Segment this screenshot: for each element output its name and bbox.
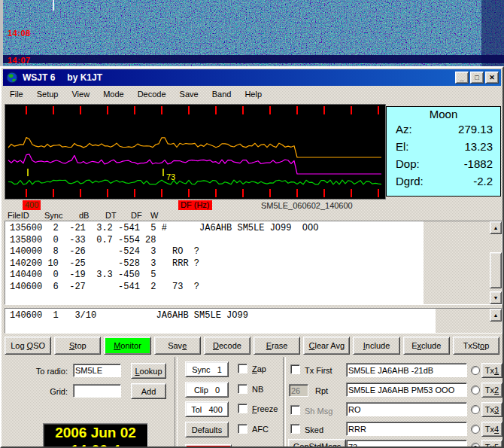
menu-save[interactable]: Save: [173, 87, 205, 101]
decode-scrollbar[interactable]: ▲ ▼: [490, 221, 502, 304]
tx2-radio[interactable]: [471, 386, 480, 395]
col-df: DF: [131, 211, 142, 220]
tx-indicator: [185, 444, 232, 448]
sync-stepper[interactable]: Sync 1: [185, 361, 229, 377]
scroll-thumb[interactable]: [490, 252, 502, 288]
svg-text:73: 73: [166, 172, 175, 181]
menu-decode[interactable]: Decode: [131, 87, 173, 101]
moon-dgrd-label: Dgrd:: [396, 172, 424, 190]
moon-az-value: 279.13: [458, 120, 493, 138]
scroll-up-icon[interactable]: ▲: [490, 309, 502, 322]
afc-checkbox[interactable]: [238, 424, 247, 434]
clock-date: 2006 Jun 02: [44, 424, 147, 441]
add-button[interactable]: Add: [131, 383, 166, 399]
tx-first-checkbox[interactable]: [290, 364, 300, 374]
rpt-input: [289, 384, 308, 397]
exclude-button[interactable]: Exclude: [403, 337, 450, 355]
decode-button[interactable]: Decode: [204, 337, 250, 355]
grid-input[interactable]: [73, 384, 121, 398]
sked-checkbox[interactable]: [290, 424, 300, 434]
scroll-up-icon[interactable]: ▲: [490, 221, 502, 234]
zap-checkbox[interactable]: [238, 364, 247, 373]
screen: 14:08 14:07 WSJT 6 by K1JT _ □ ✕ File Se…: [0, 0, 504, 448]
tol-badge: 400: [23, 200, 41, 210]
titlebar: WSJT 6 by K1JT _ □ ✕: [3, 69, 501, 86]
include-button[interactable]: Include: [353, 337, 399, 355]
average-area-filler: [436, 309, 490, 333]
col-sync: Sync: [44, 211, 62, 220]
menu-view[interactable]: View: [65, 87, 96, 101]
sh-msg-label: Sh Msg: [305, 407, 332, 416]
menu-setup[interactable]: Setup: [30, 87, 65, 101]
tx4-message-input[interactable]: [346, 422, 467, 436]
moon-dop-value: -1882: [464, 155, 493, 172]
clip-stepper[interactable]: Clip 0: [185, 382, 229, 398]
tx-first-label: Tx First: [305, 366, 332, 375]
decode-area-filler: [424, 221, 490, 304]
panel-divider: [283, 357, 286, 446]
tx1-radio[interactable]: [471, 366, 480, 375]
average-lines[interactable]: 140600 1 3/10 JA6AHB SM5LE JO99: [5, 309, 436, 333]
to-radio-label: To radio:: [23, 367, 68, 376]
col-w: W: [150, 211, 158, 220]
utc-clock: 2006 Jun 02 14:06:4: [43, 423, 148, 448]
col-fileid: FileID: [8, 211, 29, 220]
menu-band[interactable]: Band: [205, 87, 238, 101]
stop-button[interactable]: Stop: [54, 337, 101, 355]
txstop-button[interactable]: TxStop: [453, 337, 499, 355]
defaults-button[interactable]: Defaults: [185, 422, 229, 437]
waterfall-noise: [3, 0, 504, 66]
spectrum-graph[interactable]: 73: [5, 104, 386, 200]
nb-checkbox[interactable]: [238, 384, 247, 394]
freeze-checkbox[interactable]: [238, 404, 247, 413]
afc-label: AFC: [252, 425, 269, 434]
tx2-button[interactable]: Tx2: [481, 382, 502, 398]
tx3-button[interactable]: Tx3: [481, 402, 502, 417]
average-text-area[interactable]: 140600 1 3/10 JA6AHB SM5LE JO99 ▲: [5, 308, 502, 334]
tx5-message-input[interactable]: [346, 440, 467, 448]
menu-file[interactable]: File: [3, 87, 30, 101]
decode-text-area[interactable]: 135600 2 -21 3.2 -541 5 # JA6AHB SM5LE J…: [5, 221, 502, 305]
sked-label: Sked: [305, 425, 323, 434]
menu-mode[interactable]: Mode: [96, 87, 131, 101]
waterfall-timestamp: 14:08: [8, 29, 31, 38]
tx1-message-input[interactable]: [346, 363, 467, 377]
tx3-message-input[interactable]: [346, 402, 467, 416]
tx5-radio[interactable]: [471, 443, 480, 448]
main-toolbar: Log QSO Stop Monitor Save Decode Erase C…: [5, 337, 499, 355]
menu-help[interactable]: Help: [238, 87, 269, 101]
scroll-track[interactable]: [490, 322, 502, 333]
lookup-button[interactable]: Lookup: [131, 363, 166, 379]
tx4-radio[interactable]: [471, 425, 480, 434]
sh-msg-checkbox[interactable]: [290, 405, 300, 415]
tol-stepper[interactable]: Tol 400: [185, 401, 229, 417]
scroll-track[interactable]: [490, 234, 502, 291]
gen-std-msgs-button[interactable]: GenStdMsgs: [288, 439, 346, 448]
freeze-label: Freeze: [252, 404, 278, 413]
average-scrollbar[interactable]: ▲: [490, 309, 502, 333]
waterfall-display[interactable]: 14:08 14:07: [0, 0, 504, 66]
scroll-down-icon[interactable]: ▼: [490, 291, 502, 304]
close-button[interactable]: ✕: [485, 72, 499, 84]
menubar: File Setup View Mode Decode Save Band He…: [3, 86, 501, 102]
erase-button[interactable]: Erase: [254, 337, 300, 355]
tx4-button[interactable]: Tx4: [481, 422, 502, 437]
col-dt: DT: [105, 211, 117, 220]
minimize-button[interactable]: _: [455, 72, 469, 84]
tx2-message-input[interactable]: [346, 382, 467, 397]
moon-dop-label: Dop:: [396, 155, 420, 172]
tx5-button[interactable]: Tx5: [481, 440, 502, 448]
to-radio-input[interactable]: [73, 364, 121, 377]
tx3-radio[interactable]: [471, 405, 480, 414]
decode-column-headers: FileID Sync dB DT DF W: [2, 211, 502, 221]
tx1-button[interactable]: Tx1: [481, 363, 502, 378]
panel-divider: [175, 357, 178, 446]
save-button[interactable]: Save: [154, 337, 201, 355]
clear-avg-button[interactable]: Clear Avg: [303, 337, 350, 355]
moon-dop-row: Dop:-1882: [387, 155, 500, 172]
log-qso-button[interactable]: Log QSO: [5, 337, 51, 355]
decode-lines[interactable]: 135600 2 -21 3.2 -541 5 # JA6AHB SM5LE J…: [5, 221, 424, 304]
monitor-button[interactable]: Monitor: [104, 337, 150, 355]
clock-time: 14:06:4: [44, 441, 147, 448]
maximize-button[interactable]: □: [470, 72, 484, 84]
